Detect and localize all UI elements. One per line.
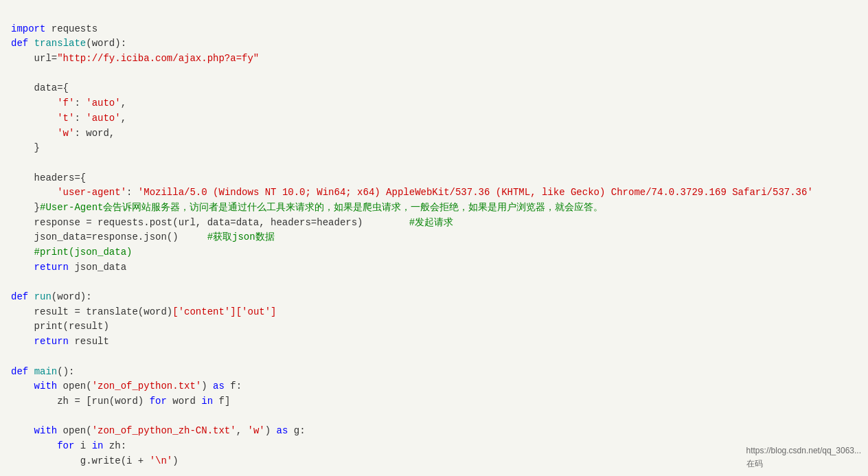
watermark-label: 在码	[746, 459, 763, 468]
watermark: https://blog.csdn.net/qq_3063... 在码	[746, 444, 861, 471]
kw-def1: def	[11, 38, 28, 49]
kw-import: import	[11, 23, 45, 34]
code-container: import requests def translate(word): url…	[11, 7, 857, 476]
watermark-url: https://blog.csdn.net/qq_3063...	[746, 446, 861, 455]
